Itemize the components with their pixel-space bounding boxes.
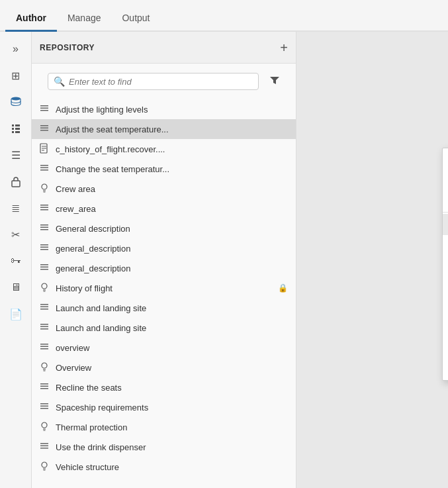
item-type-icon [40, 362, 50, 374]
tab-manage[interactable]: Manage [57, 6, 112, 32]
svg-rect-13 [40, 130, 48, 131]
svg-rect-1 [12, 124, 14, 126]
tab-author[interactable]: Author [5, 6, 57, 32]
svg-point-18 [42, 184, 47, 189]
search-input[interactable] [69, 77, 253, 87]
context-menu: Edit Check out Preview Delete Copy › Col… [442, 148, 448, 381]
repository-panel: REPOSITORY + 🔍 Adjust the lighting level… [32, 32, 296, 488]
svg-rect-40 [40, 348, 48, 350]
svg-rect-12 [40, 127, 48, 128]
item-label: Vehicle structure [56, 462, 288, 472]
item-label: Crew area [56, 184, 288, 194]
svg-rect-19 [40, 205, 48, 206]
sidebar-icon-bullet[interactable]: ☰ [4, 143, 28, 167]
list-item[interactable]: Adjust the seat temperature... [32, 119, 296, 139]
list-item[interactable]: general_description [32, 238, 296, 258]
repo-add-button[interactable]: + [280, 41, 288, 54]
sidebar-icon-grid[interactable]: ⊞ [4, 64, 28, 87]
svg-rect-34 [40, 309, 48, 310]
list-item[interactable]: Crew area [32, 179, 296, 199]
context-menu-item-delete[interactable]: Delete [443, 214, 448, 235]
filter-button[interactable] [269, 75, 280, 88]
context-menu-item-collapse-all[interactable]: Collapse All [443, 256, 448, 277]
svg-rect-33 [40, 306, 48, 307]
list-item[interactable]: Launch and landing site [32, 298, 296, 318]
item-label: Adjust the lighting levels [56, 105, 288, 115]
tab-output[interactable]: Output [111, 6, 160, 32]
tab-bar: Author Manage Output [0, 0, 448, 32]
list-item[interactable]: Change the seat temperatur... [32, 159, 296, 179]
context-menu-item-properties[interactable]: Properties... [443, 297, 448, 318]
sidebar-icon-key[interactable]: 🗝 [4, 249, 28, 273]
sidebar-icon-collapse[interactable]: » [4, 37, 28, 61]
svg-rect-46 [40, 405, 48, 407]
sidebar-icon-monitor[interactable]: 🖥 [4, 275, 28, 299]
item-type-icon [40, 263, 50, 274]
list-item[interactable]: Vehicle structure [32, 457, 296, 477]
svg-rect-42 [40, 383, 48, 385]
svg-rect-10 [40, 110, 48, 111]
list-item[interactable]: Adjust the lighting levels [32, 99, 296, 119]
item-label: History of flight [56, 283, 273, 293]
svg-rect-17 [40, 170, 48, 171]
context-menu-item-copy[interactable]: Copy › [443, 235, 448, 256]
list-item[interactable]: general_description [32, 258, 296, 278]
svg-rect-32 [40, 304, 48, 305]
list-item[interactable]: crew_area [32, 199, 296, 219]
svg-rect-28 [40, 264, 48, 266]
svg-rect-35 [40, 324, 48, 325]
svg-point-52 [42, 462, 47, 467]
context-menu-item-add-to[interactable]: Add to › [443, 277, 448, 297]
sidebar-icon-lines2[interactable]: ≣ [4, 196, 28, 220]
svg-rect-47 [40, 408, 48, 409]
item-type-icon [40, 402, 50, 413]
list-item[interactable]: Thermal protection [32, 417, 296, 437]
list-item[interactable]: overview [32, 338, 296, 358]
svg-rect-7 [12, 181, 20, 187]
svg-rect-45 [40, 403, 48, 405]
svg-rect-21 [40, 209, 48, 211]
search-icon: 🔍 [54, 76, 65, 87]
item-type-icon [40, 303, 50, 314]
item-type-icon [40, 104, 50, 115]
svg-rect-27 [40, 249, 48, 250]
svg-rect-9 [40, 107, 48, 109]
svg-rect-2 [15, 124, 20, 126]
svg-rect-24 [40, 229, 48, 230]
context-menu-item-checkout[interactable]: Check out [443, 169, 448, 190]
list-item[interactable]: Launch and landing site [32, 318, 296, 338]
item-type-icon [40, 442, 50, 453]
svg-rect-20 [40, 207, 48, 208]
context-menu-divider [443, 212, 448, 213]
sidebar-icon-list[interactable] [4, 117, 28, 140]
sidebar-icon-database[interactable] [4, 90, 28, 114]
list-item[interactable]: Spaceship requirements [32, 397, 296, 417]
repo-header: REPOSITORY + [32, 32, 296, 64]
context-menu-item-preview[interactable]: Preview [443, 190, 448, 211]
item-type-icon [40, 382, 50, 393]
list-item[interactable]: c_history_of_flight.recover.... [32, 139, 296, 159]
item-label: general_description [56, 264, 288, 273]
item-type-icon [40, 164, 50, 175]
list-item[interactable]: Use the drink dispenser [32, 437, 296, 457]
repository-list: Adjust the lighting levels Adjust the se… [32, 99, 296, 488]
item-type-icon [40, 461, 50, 473]
context-menu-item-edit[interactable]: Edit [443, 148, 448, 169]
context-menu-item-view-assets[interactable]: View in Assets UI [443, 318, 448, 338]
item-label: Spaceship requirements [56, 403, 288, 413]
svg-rect-30 [40, 269, 48, 270]
list-item[interactable]: General description [32, 219, 296, 238]
list-item[interactable]: Overview [32, 358, 296, 377]
svg-rect-4 [15, 128, 20, 130]
context-menu-item-quick-generate[interactable]: Quick Generate › [443, 360, 448, 380]
main-layout: » ⊞ ☰ ≣ ✂ 🗝 🖥 📄 [0, 32, 448, 488]
list-item[interactable]: Recline the seats [32, 377, 296, 397]
svg-rect-39 [40, 346, 48, 347]
list-item[interactable]: History of flight 🔒 [32, 278, 296, 298]
context-menu-item-download-pdf[interactable]: Download as PDF [443, 338, 448, 360]
sidebar-icon-lock[interactable] [4, 170, 28, 193]
sidebar-icon-file[interactable]: 📄 [4, 302, 28, 326]
sidebar-icon-scissors[interactable]: ✂ [4, 222, 28, 246]
svg-rect-43 [40, 385, 48, 387]
svg-rect-5 [12, 131, 14, 133]
